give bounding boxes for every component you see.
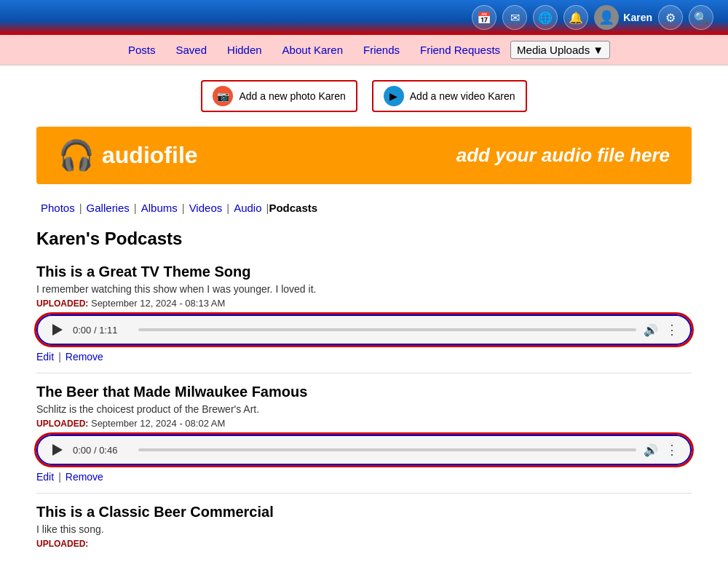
add-photo-label: Add a new photo Karen bbox=[239, 90, 345, 102]
podcast-title: The Beer that Made Milwaukee Famous bbox=[36, 384, 692, 400]
more-button[interactable]: ⋮ bbox=[665, 322, 678, 338]
dropdown-label: Media Uploads bbox=[517, 44, 590, 56]
username: Karen bbox=[623, 12, 652, 23]
headphones-icon: 🎧 bbox=[58, 138, 95, 173]
banner-left: 🎧 audiofile bbox=[58, 138, 198, 173]
secondary-nav: Posts Saved Hidden About Karen Friends F… bbox=[0, 35, 728, 66]
action-sep: | bbox=[54, 351, 66, 363]
volume-icon[interactable]: 🔊 bbox=[644, 323, 658, 337]
edit-link[interactable]: Edit bbox=[36, 471, 54, 483]
video-upload-icon: ▶ bbox=[384, 86, 404, 106]
uploaded-label: UPLOADED: bbox=[36, 419, 88, 429]
nav-friend-requests[interactable]: Friend Requests bbox=[410, 41, 510, 59]
edit-link[interactable]: Edit bbox=[36, 351, 54, 363]
remove-link[interactable]: Remove bbox=[66, 351, 103, 363]
page-title: Karen's Podcasts bbox=[36, 229, 692, 249]
settings-icon[interactable]: ⚙ bbox=[658, 5, 683, 30]
subnav-photos[interactable]: Photos bbox=[36, 202, 79, 214]
nav-about[interactable]: About Karen bbox=[272, 41, 353, 59]
time-display: 0:00 / 0:46 bbox=[73, 445, 131, 456]
subnav-galleries[interactable]: Galleries bbox=[82, 202, 134, 214]
brand-part2: file bbox=[164, 142, 197, 168]
search-icon[interactable]: 🔍 bbox=[689, 5, 713, 30]
photo-upload-icon: 📷 bbox=[213, 86, 233, 106]
uploaded-date: September 12, 2024 - 08:02 AM bbox=[91, 418, 225, 429]
subnav-podcasts: Podcasts bbox=[269, 202, 317, 214]
podcast-uploaded: UPLOADED: September 12, 2024 - 08:13 AM bbox=[36, 298, 692, 309]
nav-posts[interactable]: Posts bbox=[118, 41, 166, 59]
progress-bar[interactable] bbox=[138, 328, 636, 331]
progress-bar[interactable] bbox=[138, 448, 636, 451]
podcast-actions: Edit | Remove bbox=[36, 351, 692, 363]
mail-icon[interactable]: ✉ bbox=[502, 5, 527, 30]
play-triangle-icon bbox=[52, 444, 63, 456]
top-bar: 📅 ✉ 🌐 🔔 👤 Karen ⚙ 🔍 bbox=[0, 0, 728, 35]
remove-link[interactable]: Remove bbox=[66, 471, 103, 483]
uploaded-date: September 12, 2024 - 08:13 AM bbox=[91, 298, 225, 309]
play-triangle-icon bbox=[52, 324, 63, 336]
play-button[interactable] bbox=[50, 442, 66, 458]
audio-file-banner[interactable]: 🎧 audiofile add your audio file here bbox=[36, 127, 692, 184]
subnav-audio[interactable]: Audio bbox=[229, 202, 266, 214]
audio-player: 0:00 / 1:11 🔊 ⋮ bbox=[36, 314, 692, 345]
play-button[interactable] bbox=[50, 322, 66, 338]
audio-brand: audiofile bbox=[102, 142, 198, 169]
avatar: 👤 bbox=[594, 5, 619, 30]
add-video-button[interactable]: ▶ Add a new video Karen bbox=[372, 80, 527, 112]
subnav-videos[interactable]: Videos bbox=[185, 202, 227, 214]
podcast-title: This is a Classic Beer Commercial bbox=[36, 504, 692, 520]
audio-player: 0:00 / 0:46 🔊 ⋮ bbox=[36, 435, 692, 465]
dropdown-arrow: ▼ bbox=[593, 44, 604, 56]
podcast-actions: Edit | Remove bbox=[36, 471, 692, 483]
podcast-desc: I like this song. bbox=[36, 523, 692, 535]
audio-tagline: add your audio file here bbox=[456, 144, 670, 167]
uploaded-label: UPLOADED: bbox=[36, 298, 88, 309]
podcast-desc: Schlitz is the choicest product of the B… bbox=[36, 403, 692, 415]
podcast-title: This is a Great TV Theme Song bbox=[36, 264, 692, 280]
podcast-uploaded: UPLOADED: bbox=[36, 538, 692, 549]
bell-icon[interactable]: 🔔 bbox=[563, 5, 588, 30]
user-menu[interactable]: 👤 Karen bbox=[594, 5, 652, 30]
nav-hidden[interactable]: Hidden bbox=[217, 41, 272, 59]
media-subnav: Photos | Galleries | Albums | Videos | A… bbox=[36, 202, 692, 214]
media-uploads-dropdown[interactable]: Media Uploads ▼ bbox=[510, 41, 610, 59]
podcast-item: The Beer that Made Milwaukee Famous Schl… bbox=[36, 373, 692, 483]
calendar-icon[interactable]: 📅 bbox=[472, 5, 496, 30]
podcast-desc: I remember watching this show when I was… bbox=[36, 283, 692, 295]
podcast-uploaded: UPLOADED: September 12, 2024 - 08:02 AM bbox=[36, 418, 692, 429]
add-video-label: Add a new video Karen bbox=[410, 90, 515, 102]
volume-icon[interactable]: 🔊 bbox=[644, 443, 658, 457]
network-icon[interactable]: 🌐 bbox=[533, 5, 558, 30]
action-sep: | bbox=[54, 471, 66, 483]
time-display: 0:00 / 1:11 bbox=[73, 325, 131, 336]
nav-saved[interactable]: Saved bbox=[166, 41, 218, 59]
upload-buttons: 📷 Add a new photo Karen ▶ Add a new vide… bbox=[36, 80, 692, 112]
uploaded-label: UPLOADED: bbox=[36, 539, 88, 549]
main-content: 📷 Add a new photo Karen ▶ Add a new vide… bbox=[0, 66, 728, 571]
podcast-item: This is a Great TV Theme Song I remember… bbox=[36, 264, 692, 363]
subnav-albums[interactable]: Albums bbox=[137, 202, 182, 214]
more-button[interactable]: ⋮ bbox=[665, 442, 678, 458]
brand-part1: audio bbox=[102, 142, 164, 168]
nav-friends[interactable]: Friends bbox=[353, 41, 410, 59]
podcast-item: This is a Classic Beer Commercial I like… bbox=[36, 493, 692, 549]
add-photo-button[interactable]: 📷 Add a new photo Karen bbox=[201, 80, 357, 112]
